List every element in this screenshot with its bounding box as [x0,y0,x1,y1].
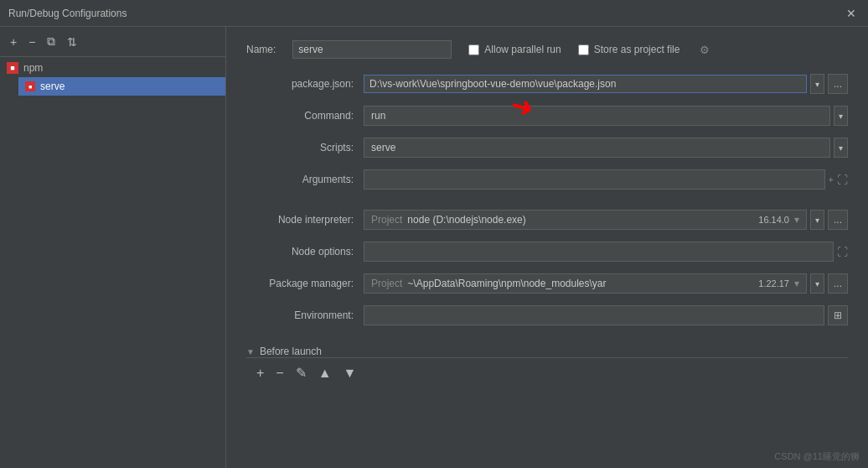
node-options-expand-icon[interactable]: ⛶ [837,246,848,258]
node-interpreter-wrap: Project node (D:\nodejs\node.exe) 16.14.… [364,210,848,230]
node-interpreter-label: Node interpreter: [246,214,364,226]
main-content: + − ⧉ ⇅ ■ npm ■ serve [0,27,868,468]
node-interpreter-input[interactable]: Project node (D:\nodejs\node.exe) 16.14.… [364,210,807,230]
tree-group-npm: ■ npm ■ serve [0,57,225,97]
package-manager-prefix: Project [371,278,402,289]
bottom-toolbar: + − ✎ ▲ ▼ [246,357,848,387]
fullscreen-icon[interactable]: ⛶ [837,174,848,186]
launch-up-button[interactable]: ▲ [315,364,335,382]
environment-label: Environment: [246,309,364,321]
command-label: Command: [246,110,364,122]
package-json-browse[interactable]: ... [828,74,848,94]
allow-parallel-checkbox[interactable] [468,44,479,55]
name-label: Name: [246,44,276,55]
package-manager-label: Package manager: [246,278,364,289]
remove-config-button[interactable]: − [25,34,39,50]
collapse-icon[interactable]: ▼ [246,347,255,356]
environment-wrap: ⊞ [364,305,848,325]
launch-remove-button[interactable]: − [272,364,287,382]
node-interpreter-browse[interactable]: ... [828,210,848,230]
node-interpreter-value: node (D:\nodejs\node.exe) [407,214,525,226]
node-options-wrap: ⛶ [364,242,848,262]
command-text: run [371,110,385,122]
node-options-row: Node options: ⛶ [246,240,848,263]
node-interpreter-row: Node interpreter: Project node (D:\nodej… [246,208,848,231]
package-json-dropdown[interactable]: ▾ [810,74,824,94]
name-input[interactable] [292,40,452,59]
arguments-wrap: + ⛶ [364,169,848,190]
tree-item-npm[interactable]: ■ npm [0,59,225,77]
command-dropdown-wrap: run ▾ [364,106,848,126]
serve-label: serve [40,81,65,92]
close-button[interactable]: ✕ [843,7,860,20]
scripts-text: serve [371,142,395,153]
top-row: Name: Allow parallel run Store as projec… [246,40,848,59]
package-manager-input[interactable]: Project ~\AppData\Roaming\npm\node_modul… [364,273,807,294]
node-options-input[interactable] [364,242,834,262]
environment-input[interactable] [364,305,824,325]
environment-row: Environment: ⊞ [246,304,848,327]
run-debug-dialog: Run/Debug Configurations ✕ + − ⧉ ⇅ ■ npm [0,0,868,468]
serve-icon: ■ [25,81,35,91]
env-table-icon: ⊞ [834,309,842,321]
arguments-row: Arguments: + ⛶ [246,168,848,191]
environment-edit-btn[interactable]: ⊞ [828,305,848,325]
launch-down-button[interactable]: ▼ [340,364,360,382]
scripts-dropdown-wrap: serve ▾ [364,138,848,158]
scripts-dropdown-btn[interactable]: ▾ [834,138,848,158]
command-row: Command: run ▾ [246,104,848,127]
package-manager-browse[interactable]: ... [828,273,848,294]
package-json-label: package.json: [246,78,364,90]
package-manager-wrap: Project ~\AppData\Roaming\npm\node_modul… [364,273,848,294]
sidebar-toolbar: + − ⧉ ⇅ [0,27,225,57]
sidebar-tree: ■ npm ■ serve [0,57,225,468]
node-interpreter-dropdown[interactable]: ▾ [810,210,824,230]
command-value[interactable]: run [364,106,830,126]
gear-icon[interactable]: ⚙ [700,44,710,56]
launch-edit-button[interactable]: ✎ [292,363,310,382]
tree-item-serve[interactable]: ■ serve [18,77,225,96]
sidebar: + − ⧉ ⇅ ■ npm ■ serve [0,27,226,468]
store-as-project-label[interactable]: Store as project file [578,44,680,55]
command-dropdown-btn[interactable]: ▾ [834,106,848,126]
before-launch-label: Before launch [260,346,322,357]
package-json-input[interactable] [364,75,807,93]
sort-config-button[interactable]: ⇅ [64,34,80,50]
expand-icon[interactable]: + [829,174,834,185]
launch-add-button[interactable]: + [253,364,267,382]
node-options-label: Node options: [246,246,364,257]
store-as-project-checkbox[interactable] [578,44,589,55]
dialog-title: Run/Debug Configurations [8,8,127,19]
before-launch-section: ▼ Before launch [246,346,848,357]
title-bar-left: Run/Debug Configurations [8,8,127,19]
package-json-row: package.json: ▾ ... [246,72,848,96]
arguments-input[interactable] [364,169,825,190]
tree-item-label: npm [23,62,43,74]
package-manager-version: 1.22.17 [758,278,789,289]
allow-parallel-label[interactable]: Allow parallel run [468,44,561,55]
package-manager-value: ~\AppData\Roaming\npm\node_modules\yar [407,278,606,289]
right-panel: Name: Allow parallel run Store as projec… [226,27,868,468]
package-json-wrap: ▾ ... [364,74,848,94]
scripts-row: Scripts: serve ▾ [246,136,848,159]
scripts-label: Scripts: [246,142,364,153]
npm-icon: ■ [7,62,18,74]
package-manager-row: Package manager: Project ~\AppData\Roami… [246,272,848,295]
tree-children: ■ serve [0,77,225,96]
scripts-value[interactable]: serve [364,138,830,158]
node-interpreter-prefix: Project [371,214,402,226]
node-version: 16.14.0 [758,215,789,225]
watermark: CSDN @11睡觉的狮 [774,450,860,463]
package-manager-dropdown[interactable]: ▾ [810,273,824,294]
add-config-button[interactable]: + [7,34,20,50]
arguments-label: Arguments: [246,174,364,185]
copy-config-button[interactable]: ⧉ [44,33,59,50]
title-bar: Run/Debug Configurations ✕ [0,0,868,27]
